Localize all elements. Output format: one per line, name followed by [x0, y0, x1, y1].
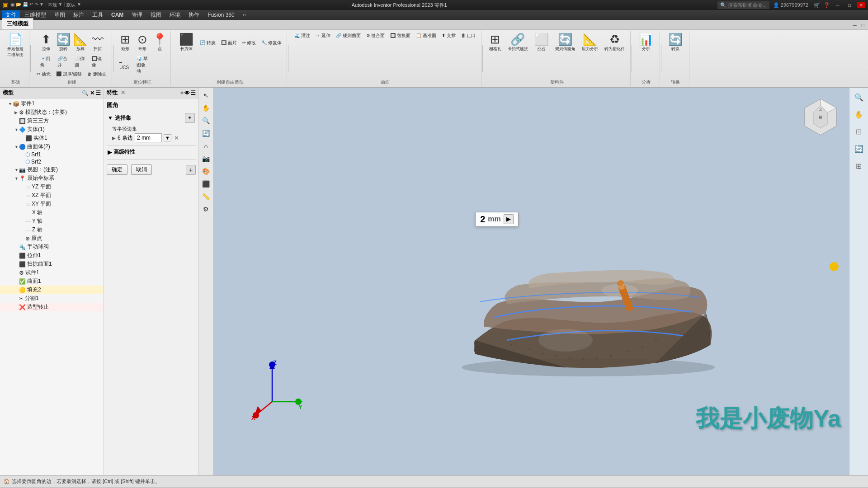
- vp-tool-settings[interactable]: ⚙: [200, 203, 212, 215]
- btn-convert-plastic[interactable]: ♻ 转为塑化件: [602, 32, 627, 54]
- btn-face-fill[interactable]: 🌊 灌注: [292, 32, 312, 40]
- btn-box[interactable]: ⬛ 长方体: [176, 32, 197, 54]
- unit-dropdown[interactable]: ▼: [164, 134, 171, 141]
- minimize-btn[interactable]: ─: [834, 2, 842, 8]
- advanced-section-header[interactable]: ▶ 高级特性: [107, 147, 196, 157]
- nav-cube[interactable]: 前 上: [800, 97, 841, 137]
- btn-fillet[interactable]: ⚪倒圆: [72, 55, 89, 69]
- btn-grille[interactable]: ⊞ 栅格孔: [486, 32, 504, 54]
- vp-tool-home[interactable]: ⌂: [200, 140, 212, 152]
- tree-item-error1[interactable]: ❌ 造型转止: [0, 303, 104, 311]
- btn-snap-fit[interactable]: 🔗 卡扣式连接: [505, 32, 531, 54]
- rp-zoom-fit-btn[interactable]: ⊡: [851, 124, 867, 139]
- ribbon-minimize[interactable]: ─: [851, 22, 859, 28]
- btn-split-body[interactable]: ✂ 抽壳: [34, 70, 53, 78]
- btn-boundary-patch[interactable]: 📋 基准面: [414, 32, 439, 40]
- props-menu-btn[interactable]: ☰: [191, 90, 196, 96]
- btn-offset-surface[interactable]: ⬆ 支撑: [439, 32, 458, 40]
- btn-combine[interactable]: 🔗合并: [55, 55, 71, 69]
- menu-tools[interactable]: 工具: [89, 10, 107, 20]
- tree-item-origin-group[interactable]: ▼ 📍 原始坐标系: [0, 174, 104, 183]
- btn-workplane[interactable]: 📍 点: [151, 32, 168, 54]
- qa-more[interactable]: ▼: [39, 2, 44, 8]
- props-expand-btn[interactable]: +: [180, 90, 184, 96]
- sidebar-search-btn[interactable]: 🔍: [82, 90, 89, 96]
- vp-tool-section[interactable]: ⬛: [200, 178, 212, 190]
- sidebar-add-btn[interactable]: ✕: [90, 90, 94, 96]
- tree-item-solid[interactable]: ▼ 🔷 实体(1): [0, 125, 104, 134]
- selection-section-header[interactable]: ▼ 选择集 +: [107, 112, 196, 124]
- tree-item-xz[interactable]: ▭ XZ 平面: [0, 191, 104, 200]
- btn-create-2d-sketch[interactable]: 📄 开始创建二维草图: [5, 32, 26, 60]
- close-btn[interactable]: ✕: [857, 2, 865, 8]
- tree-item-zaxis[interactable]: — Z 轴: [0, 225, 104, 234]
- btn-replace[interactable]: 🔲 替换面: [388, 32, 413, 40]
- btn-lipgroove[interactable]: ⬜ 凸台: [532, 32, 552, 54]
- tree-item-scan1[interactable]: ⬛ 扫掠曲面1: [0, 260, 104, 268]
- tree-item-yz[interactable]: ▭ YZ 平面: [0, 183, 104, 191]
- tree-item-xaxis[interactable]: — X 轴: [0, 208, 104, 217]
- rp-pan-btn[interactable]: ✋: [851, 107, 867, 122]
- btn-extrude[interactable]: ⬆ 拉伸: [38, 32, 54, 54]
- cancel-btn[interactable]: 取消: [131, 164, 152, 175]
- qa-save[interactable]: 💾: [23, 2, 28, 8]
- btn-thicken[interactable]: ⬛ 加厚/偏移: [54, 70, 85, 78]
- maximize-btn[interactable]: □: [845, 2, 854, 8]
- btn-pattern[interactable]: ⊞ 矩形: [117, 32, 133, 54]
- tree-item-fill2[interactable]: 🟡 填充2: [0, 286, 104, 294]
- tree-item-xy[interactable]: ▭ XY 平面: [0, 200, 104, 208]
- rp-rotate-btn[interactable]: 🔄: [851, 141, 867, 156]
- menu-environment[interactable]: 环境: [166, 10, 184, 20]
- tree-item-manualball[interactable]: 🔩 手动球阀: [0, 243, 104, 251]
- confirm-btn[interactable]: 确定: [107, 164, 127, 175]
- ribbon-expand[interactable]: □: [859, 22, 866, 28]
- menu-sketch[interactable]: 草图: [51, 10, 69, 20]
- qa-view-dropdown[interactable]: ▼: [58, 2, 63, 8]
- btn-delete-face[interactable]: 🗑 删除面: [85, 70, 109, 78]
- btn-extend[interactable]: ↔ 延伸: [313, 32, 333, 40]
- btn-delete-face2[interactable]: 🗑 止口: [459, 32, 478, 40]
- viewport-3d[interactable]: 前 上: [213, 88, 868, 475]
- btn-mirror[interactable]: 🔲镜像: [90, 55, 106, 69]
- tree-item-third[interactable]: 🔲 第三三方: [0, 117, 104, 125]
- qa-new[interactable]: ▣: [10, 2, 14, 8]
- btn-loft[interactable]: 📐 放样: [72, 32, 89, 54]
- btn-axis[interactable]: ━ UCS: [117, 55, 133, 75]
- sidebar-menu-btn[interactable]: ☰: [96, 90, 101, 96]
- tree-item-srf1[interactable]: ⬡ Srf1: [0, 151, 104, 158]
- vp-tool-pan[interactable]: ✋: [200, 102, 212, 114]
- props-add-feature-btn[interactable]: +: [186, 165, 196, 175]
- menu-manage[interactable]: 管理: [128, 10, 146, 20]
- btn-revolve[interactable]: 🔄 旋转: [55, 32, 71, 54]
- btn-stitch[interactable]: 🔗 规则曲面: [334, 32, 363, 40]
- vp-tool-render[interactable]: 🎨: [200, 165, 212, 177]
- vp-tool-orbit[interactable]: 🔄: [200, 127, 212, 139]
- qa-redo[interactable]: ↷: [34, 2, 38, 8]
- dim-play-btn[interactable]: ▶: [504, 214, 514, 224]
- tree-item-solid1[interactable]: ⬛ 实体1: [0, 134, 104, 142]
- props-eye-btn[interactable]: 👁: [184, 90, 190, 96]
- menu-annotation[interactable]: 标注: [70, 10, 88, 20]
- qa-undo[interactable]: ↶: [29, 2, 33, 8]
- btn-fillet-rule[interactable]: 🔄 规则倒圆角: [552, 32, 578, 54]
- tree-item-surfaces[interactable]: ▼ 🔵 曲面体(2): [0, 142, 104, 151]
- section-add-btn[interactable]: +: [185, 113, 195, 123]
- btn-rest[interactable]: 📐 应力分析: [579, 32, 601, 54]
- btn-sweep[interactable]: 〰 扫掠: [90, 32, 106, 54]
- btn-convert[interactable]: 🔄 转换: [198, 32, 218, 54]
- tree-item-pull1[interactable]: ⬛ 拉伸1: [0, 251, 104, 260]
- btn-repair[interactable]: 🔧 修复体: [259, 32, 284, 54]
- search-box[interactable]: 🔍 搜索帮助和命令...: [717, 1, 769, 9]
- tree-item-views[interactable]: ▼ 📷 视图：(注要): [0, 165, 104, 174]
- btn-convert-body[interactable]: 🔄 转换: [665, 32, 685, 54]
- menu-fusion[interactable]: Fusion 360: [204, 11, 238, 19]
- qa-default-dropdown[interactable]: ▼: [77, 2, 81, 8]
- clear-btn[interactable]: ✕: [174, 135, 179, 141]
- vp-tool-select[interactable]: ↖: [200, 89, 212, 101]
- help-icon[interactable]: 🛒: [814, 2, 820, 8]
- menu-cam[interactable]: CAM: [108, 11, 127, 19]
- vp-tool-zoom[interactable]: 🔍: [200, 115, 212, 127]
- vp-tool-view[interactable]: 📷: [200, 153, 212, 164]
- tree-item-origin[interactable]: ⊕ 原点: [0, 234, 104, 243]
- btn-surface-patch[interactable]: 🔲 面片: [219, 32, 239, 54]
